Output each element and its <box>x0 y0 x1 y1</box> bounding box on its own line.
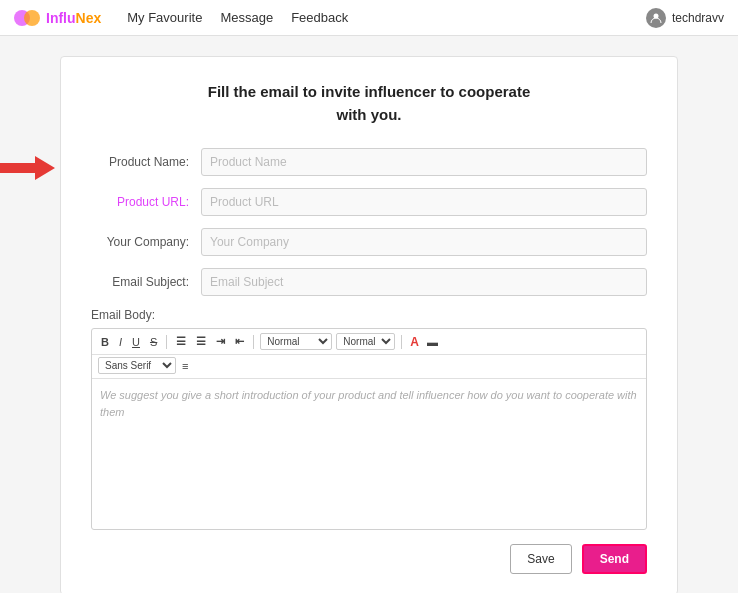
logo-icon <box>14 8 40 28</box>
product-name-input[interactable] <box>201 148 647 176</box>
toolbar-divider-3 <box>401 335 402 349</box>
bold-button[interactable]: B <box>98 335 112 349</box>
svg-point-1 <box>24 10 40 26</box>
form-wrapper: Fill the email to invite influencer to c… <box>60 56 678 593</box>
logo[interactable]: InfluNex <box>14 8 101 28</box>
toolbar-divider-1 <box>166 335 167 349</box>
unordered-list-button[interactable]: ☰ <box>173 334 189 349</box>
logo-text: InfluNex <box>46 10 101 26</box>
form-actions: Save Send <box>91 544 647 574</box>
email-body-editor[interactable]: We suggest you give a short introduction… <box>92 379 646 529</box>
main-content: Fill the email to invite influencer to c… <box>0 36 738 593</box>
save-button[interactable]: Save <box>510 544 571 574</box>
text-color-button[interactable]: A <box>408 334 421 350</box>
email-subject-label: Email Subject: <box>91 275 201 289</box>
your-company-label: Your Company: <box>91 235 201 249</box>
arrow-indicator <box>0 154 55 182</box>
ordered-list-button[interactable]: ☰ <box>193 334 209 349</box>
email-subject-input[interactable] <box>201 268 647 296</box>
format-icon[interactable]: ▬ <box>425 335 440 349</box>
toolbar-divider-2 <box>253 335 254 349</box>
nav-my-favourite[interactable]: My Favourite <box>127 10 202 25</box>
email-body-section: Email Body: B I U S ☰ ☰ ⇥ ⇤ <box>91 308 647 530</box>
user-area: techdravv <box>646 8 724 28</box>
username: techdravv <box>672 11 724 25</box>
product-url-input[interactable] <box>201 188 647 216</box>
user-avatar-icon <box>646 8 666 28</box>
product-url-label: Product URL: <box>91 195 201 209</box>
nav: My Favourite Message Feedback <box>127 10 628 25</box>
indent-button[interactable]: ⇥ <box>213 334 228 349</box>
email-body-label: Email Body: <box>91 308 647 322</box>
form-card: Fill the email to invite influencer to c… <box>60 56 678 593</box>
form-title: Fill the email to invite influencer to c… <box>91 81 647 126</box>
size-select[interactable]: Normal Large Small <box>336 333 395 350</box>
email-subject-row: Email Subject: <box>91 268 647 296</box>
send-button[interactable]: Send <box>582 544 647 574</box>
product-name-row: Product Name: <box>91 148 647 176</box>
product-url-row: Product URL: <box>91 188 647 216</box>
editor-toolbar-row1: B I U S ☰ ☰ ⇥ ⇤ Normal Heading 1 He <box>92 329 646 355</box>
svg-marker-3 <box>0 156 55 180</box>
your-company-row: Your Company: <box>91 228 647 256</box>
strikethrough-button[interactable]: S <box>147 335 160 349</box>
header: InfluNex My Favourite Message Feedback t… <box>0 0 738 36</box>
heading-select[interactable]: Normal Heading 1 Heading 2 <box>260 333 332 350</box>
line-height-icon[interactable]: ≡ <box>180 359 190 373</box>
editor-placeholder-text: We suggest you give a short introduction… <box>100 389 637 418</box>
font-family-select[interactable]: Sans Serif Serif Monospace <box>98 357 176 374</box>
editor-toolbar-row2: Sans Serif Serif Monospace ≡ <box>92 355 646 379</box>
outdent-button[interactable]: ⇤ <box>232 334 247 349</box>
nav-feedback[interactable]: Feedback <box>291 10 348 25</box>
nav-message[interactable]: Message <box>220 10 273 25</box>
email-editor: B I U S ☰ ☰ ⇥ ⇤ Normal Heading 1 He <box>91 328 647 530</box>
underline-button[interactable]: U <box>129 335 143 349</box>
product-name-label: Product Name: <box>91 155 201 169</box>
your-company-input[interactable] <box>201 228 647 256</box>
red-arrow-icon <box>0 154 55 182</box>
italic-button[interactable]: I <box>116 335 125 349</box>
